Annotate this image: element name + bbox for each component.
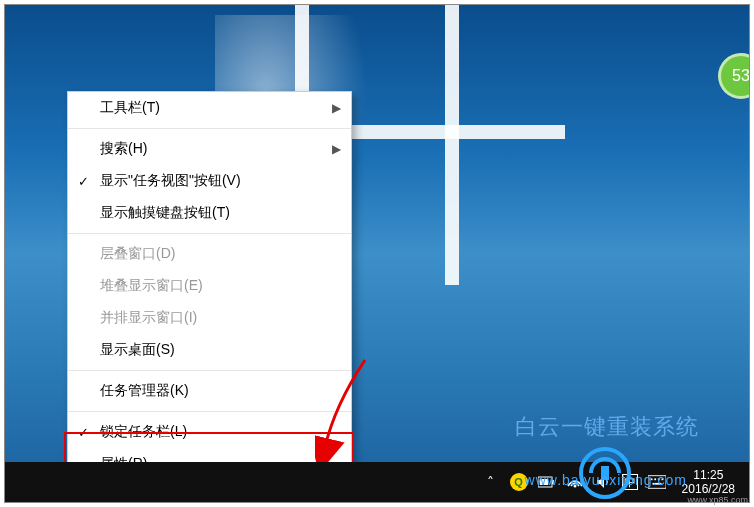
svg-rect-5 <box>650 478 652 480</box>
menu-label: 锁定任务栏(L) <box>100 423 187 441</box>
taskbar-clock[interactable]: 11:25 2016/2/28 <box>676 468 741 496</box>
menu-lock-taskbar[interactable]: ✓ 锁定任务栏(L) <box>68 416 351 448</box>
system-tray: ˄ Q 中 11:25 2016/2/28 <box>482 468 749 496</box>
clock-date: 2016/2/28 <box>682 482 735 496</box>
svg-rect-6 <box>654 478 656 480</box>
svg-rect-7 <box>658 478 660 480</box>
menu-cascade-windows: 层叠窗口(D) <box>68 238 351 270</box>
corner-watermark: www.xp85.com <box>687 495 748 505</box>
menu-label: 显示桌面(S) <box>100 341 175 359</box>
menu-side-windows: 并排显示窗口(I) <box>68 302 351 334</box>
check-icon: ✓ <box>78 425 89 440</box>
svg-point-3 <box>573 485 576 488</box>
svg-rect-9 <box>652 483 661 485</box>
chevron-up-icon[interactable]: ˄ <box>482 473 500 491</box>
menu-label: 工具栏(T) <box>100 99 160 117</box>
clock-time: 11:25 <box>682 468 735 482</box>
menu-task-manager[interactable]: 任务管理器(K) <box>68 375 351 407</box>
keyboard-icon[interactable] <box>648 473 666 491</box>
check-icon: ✓ <box>78 174 89 189</box>
svg-rect-4 <box>648 476 666 489</box>
menu-show-touch-keyboard[interactable]: 显示触摸键盘按钮(T) <box>68 197 351 229</box>
menu-show-desktop[interactable]: 显示桌面(S) <box>68 334 351 366</box>
menu-show-taskview[interactable]: ✓ 显示"任务视图"按钮(V) <box>68 165 351 197</box>
battery-icon[interactable] <box>538 473 556 491</box>
svg-rect-2 <box>540 479 548 485</box>
menu-stack-windows: 堆叠显示窗口(E) <box>68 270 351 302</box>
taskbar[interactable]: ˄ Q 中 11:25 2016/2/28 <box>5 462 749 502</box>
ime-icon[interactable]: 中 <box>622 474 638 490</box>
volume-icon[interactable] <box>594 473 612 491</box>
menu-toolbars[interactable]: 工具栏(T) ▶ <box>68 92 351 124</box>
svg-rect-1 <box>552 480 554 484</box>
menu-label: 并排显示窗口(I) <box>100 309 197 327</box>
menu-label: 显示触摸键盘按钮(T) <box>100 204 230 222</box>
menu-label: 堆叠显示窗口(E) <box>100 277 203 295</box>
menu-separator <box>68 411 351 412</box>
menu-search[interactable]: 搜索(H) ▶ <box>68 133 351 165</box>
menu-label: 显示"任务视图"按钮(V) <box>100 172 241 190</box>
chevron-right-icon: ▶ <box>332 101 341 115</box>
security-icon[interactable]: Q <box>510 473 528 491</box>
menu-separator <box>68 128 351 129</box>
menu-separator <box>68 233 351 234</box>
svg-rect-8 <box>661 478 663 480</box>
menu-label: 搜索(H) <box>100 140 147 158</box>
menu-separator <box>68 370 351 371</box>
chevron-right-icon: ▶ <box>332 142 341 156</box>
menu-label: 层叠窗口(D) <box>100 245 175 263</box>
taskbar-context-menu: 工具栏(T) ▶ 搜索(H) ▶ ✓ 显示"任务视图"按钮(V) 显示触摸键盘按… <box>67 91 352 481</box>
network-icon[interactable] <box>566 473 584 491</box>
menu-label: 任务管理器(K) <box>100 382 189 400</box>
